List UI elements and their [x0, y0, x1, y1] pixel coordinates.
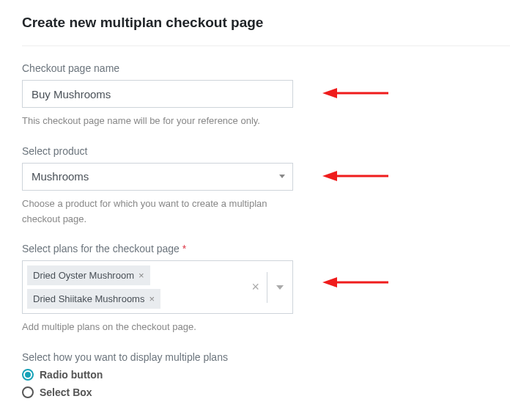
checkout-name-label: Checkout page name [22, 62, 510, 74]
field-select-plans: Select plans for the checkout page * Dri… [22, 243, 510, 335]
select-product-value: Mushrooms [32, 170, 89, 183]
svg-marker-3 [322, 171, 337, 181]
select-plans-help: Add multiple plans on the checkout page. [22, 320, 293, 335]
page-title: Create new multiplan checkout page [22, 15, 510, 46]
plan-tag-label: Dried Oyster Mushroom [33, 270, 134, 281]
radio-option-label: Radio button [40, 369, 103, 381]
radio-option-select-box[interactable]: Select Box [22, 386, 510, 398]
radio-option-radio-button[interactable]: Radio button [22, 369, 510, 381]
radio-option-label: Select Box [40, 386, 92, 398]
selected-tags-area: Dried Oyster Mushroom × Dried Shiitake M… [23, 261, 244, 313]
select-plans-multiselect[interactable]: Dried Oyster Mushroom × Dried Shiitake M… [22, 260, 293, 314]
plan-tag-label: Dried Shiitake Mushrooms [33, 293, 144, 304]
arrow-annotation-icon [322, 274, 388, 291]
plan-tag: Dried Shiitake Mushrooms × [27, 289, 160, 309]
chevron-down-icon [276, 285, 284, 290]
multiselect-toggle[interactable] [267, 285, 292, 290]
field-display-mode: Select how you want to display multiple … [22, 351, 510, 398]
checkout-name-help: This checkout page name will be for your… [22, 114, 293, 129]
display-mode-label: Select how you want to display multiple … [22, 351, 510, 363]
svg-marker-5 [322, 277, 337, 287]
clear-all-icon[interactable]: × [244, 279, 267, 295]
select-product-dropdown[interactable]: Mushrooms [22, 163, 293, 191]
multiselect-controls: × [244, 261, 292, 313]
arrow-annotation-icon [322, 84, 388, 102]
select-product-help: Choose a product for which you want to c… [22, 197, 293, 227]
select-product-label: Select product [22, 145, 510, 157]
field-checkout-name: Checkout page name This checkout page na… [22, 62, 510, 129]
required-asterisk: * [182, 243, 186, 254]
remove-tag-icon[interactable]: × [149, 293, 155, 304]
plan-tag: Dried Oyster Mushroom × [27, 265, 150, 285]
select-plans-label: Select plans for the checkout page * [22, 243, 510, 254]
svg-marker-1 [322, 88, 337, 98]
chevron-down-icon [279, 175, 285, 178]
field-select-product: Select product Mushrooms Choose a produc… [22, 145, 510, 227]
arrow-annotation-icon [322, 167, 388, 185]
radio-icon [22, 386, 34, 398]
radio-icon [22, 369, 34, 381]
checkout-name-input[interactable] [22, 80, 293, 108]
remove-tag-icon[interactable]: × [138, 270, 144, 281]
